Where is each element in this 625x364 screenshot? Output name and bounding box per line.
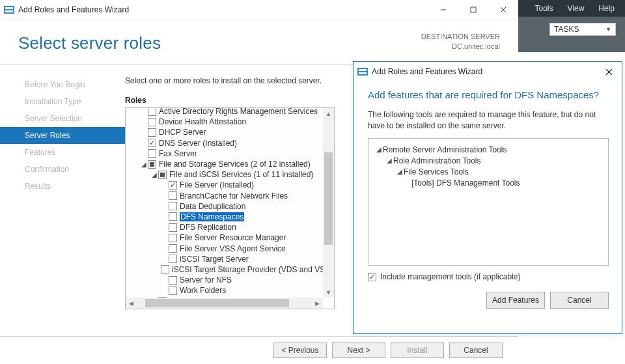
previous-button[interactable]: < Previous: [273, 343, 327, 358]
tree-file-services-tools[interactable]: ◢File Services Tools: [375, 166, 602, 177]
tasks-dropdown-label: TASKS: [554, 25, 579, 34]
checkbox[interactable]: [169, 191, 177, 200]
background-menubar: Tools View Help: [518, 0, 625, 16]
role-dfs-replication[interactable]: DFS Replication: [140, 222, 323, 232]
role-file-server[interactable]: File Server (Installed): [140, 180, 323, 190]
role-dfs-namespaces[interactable]: DFS Namespaces: [140, 212, 323, 222]
role-vss-agent[interactable]: File Server VSS Agent Service: [140, 243, 323, 253]
destination-label: DESTINATION SERVER: [421, 32, 500, 42]
cancel-button[interactable]: Cancel: [449, 343, 503, 358]
checkbox[interactable]: [169, 255, 177, 263]
dialog-feature-tree[interactable]: ◢Remote Server Administration Tools ◢Rol…: [368, 138, 609, 266]
role-dhcp[interactable]: DHCP Server: [140, 127, 323, 137]
scroll-thumb[interactable]: [324, 152, 333, 244]
collapse-icon[interactable]: ◢: [385, 157, 393, 164]
role-branchcache[interactable]: BranchCache for Network Files: [140, 191, 323, 201]
scroll-up-icon[interactable]: ▲: [323, 108, 334, 119]
collapse-icon[interactable]: ◢: [140, 161, 148, 168]
dialog-description: The following tools are required to mana…: [354, 103, 622, 132]
close-button[interactable]: [488, 0, 518, 20]
checkbox[interactable]: [148, 139, 156, 147]
collapse-icon[interactable]: ◢: [396, 168, 404, 175]
dialog-cancel-button[interactable]: Cancel: [550, 292, 609, 309]
scroll-down-icon[interactable]: ▼: [323, 287, 334, 298]
checkbox[interactable]: [169, 223, 177, 232]
checkbox[interactable]: [169, 202, 177, 210]
dialog-close-button[interactable]: [596, 62, 622, 81]
svg-rect-2: [5, 10, 13, 12]
roles-listbox[interactable]: Active Directory Rights Management Servi…: [125, 107, 335, 309]
checkbox[interactable]: [148, 149, 156, 158]
checkbox[interactable]: [148, 118, 156, 126]
collapse-icon[interactable]: ◢: [150, 171, 158, 178]
checkbox[interactable]: [148, 128, 156, 137]
scroll-right-icon[interactable]: ▶: [312, 298, 323, 309]
role-dedup[interactable]: Data Deduplication: [140, 201, 323, 212]
role-file-iscsi[interactable]: ◢File and iSCSI Services (1 of 11 instal…: [140, 169, 323, 180]
tree-rsat[interactable]: ◢Remote Server Administration Tools: [375, 144, 602, 155]
chevron-down-icon: ▼: [605, 26, 611, 33]
role-dns[interactable]: DNS Server (Installed): [140, 138, 323, 148]
wizard-titlebar[interactable]: Add Roles and Features Wizard: [0, 0, 518, 20]
role-fax[interactable]: Fax Server: [140, 148, 323, 159]
svg-rect-7: [357, 68, 368, 76]
svg-rect-0: [4, 6, 14, 14]
tree-dfs-mgmt[interactable]: [Tools] DFS Management Tools: [375, 177, 602, 188]
collapse-icon[interactable]: ◢: [375, 146, 383, 153]
checkbox[interactable]: [148, 108, 156, 116]
role-file-storage[interactable]: ◢File and Storage Services (2 of 12 inst…: [140, 159, 323, 169]
scroll-thumb[interactable]: [145, 299, 289, 307]
step-features[interactable]: Features: [0, 144, 125, 161]
install-button[interactable]: Install: [391, 343, 444, 358]
add-features-dialog: Add Roles and Features Wizard Add featur…: [353, 61, 622, 334]
svg-rect-1: [5, 7, 13, 9]
role-ad-rms[interactable]: Active Directory Rights Management Servi…: [140, 108, 323, 117]
step-before-you-begin[interactable]: Before You Begin: [0, 76, 125, 93]
checkbox[interactable]: [169, 244, 177, 253]
horizontal-scrollbar[interactable]: ◀ ▶: [126, 298, 323, 309]
role-fsrm[interactable]: File Server Resource Manager: [140, 232, 323, 243]
maximize-button[interactable]: [458, 0, 488, 20]
checkbox[interactable]: [169, 234, 177, 242]
dialog-footer: Add Features Cancel: [354, 281, 622, 309]
bg-tools-menu[interactable]: Tools: [535, 4, 553, 13]
include-tools-label: Include management tools (if applicable): [380, 272, 520, 281]
step-confirmation[interactable]: Confirmation: [0, 161, 125, 178]
step-server-roles[interactable]: Server Roles: [0, 127, 125, 144]
add-features-button[interactable]: Add Features: [486, 292, 545, 309]
step-server-selection[interactable]: Server Selection: [0, 110, 125, 127]
role-work-folders[interactable]: Work Folders: [140, 285, 323, 296]
role-iscsi-target[interactable]: iSCSI Target Server: [140, 254, 323, 264]
svg-rect-8: [359, 69, 367, 71]
step-installation-type[interactable]: Installation Type: [0, 93, 125, 110]
step-results[interactable]: Results: [0, 178, 125, 195]
role-server-for-nfs[interactable]: Server for NFS: [140, 275, 323, 285]
wizard-title: Add Roles and Features Wizard: [18, 5, 129, 14]
scroll-left-icon[interactable]: ◀: [126, 298, 137, 309]
next-button[interactable]: Next >: [332, 343, 385, 358]
server-manager-icon: [357, 68, 368, 76]
tasks-dropdown[interactable]: TASKS ▼: [549, 23, 616, 36]
tree-role-admin[interactable]: ◢Role Administration Tools: [375, 155, 602, 166]
role-device-health[interactable]: Device Health Attestation: [140, 117, 323, 127]
checkbox[interactable]: [169, 181, 177, 189]
wizard-footer: < Previous Next > Install Cancel: [0, 336, 518, 364]
dialog-title: Add Roles and Features Wizard: [372, 67, 482, 76]
window-controls: [428, 0, 518, 20]
checkbox[interactable]: [158, 171, 167, 179]
checkbox[interactable]: [169, 212, 177, 221]
wizard-header: Select server roles DESTINATION SERVER D…: [0, 20, 518, 64]
vertical-scrollbar[interactable]: ▲ ▼: [323, 108, 334, 298]
minimize-button[interactable]: [428, 0, 458, 20]
include-tools-checkbox[interactable]: [368, 273, 376, 281]
bg-help-menu[interactable]: Help: [598, 4, 615, 13]
checkbox[interactable]: [169, 287, 177, 295]
bg-view-menu[interactable]: View: [568, 4, 585, 13]
checkbox[interactable]: [148, 160, 156, 169]
checkbox[interactable]: [161, 265, 169, 273]
checkbox[interactable]: [169, 276, 177, 285]
close-icon: [605, 68, 613, 76]
include-tools-row[interactable]: Include management tools (if applicable): [354, 266, 622, 281]
role-iscsi-storage-provider[interactable]: iSCSI Target Storage Provider (VDS and V…: [140, 264, 323, 275]
dialog-titlebar[interactable]: Add Roles and Features Wizard: [354, 62, 622, 81]
